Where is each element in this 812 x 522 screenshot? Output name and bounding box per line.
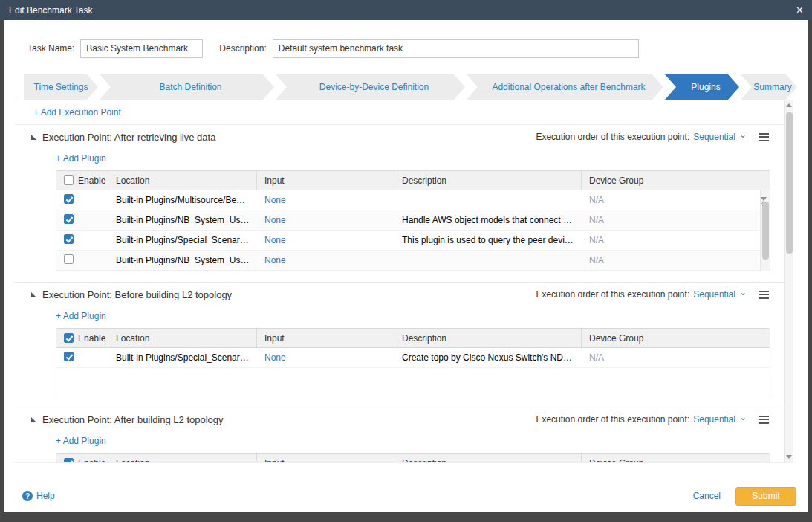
device-group-value: N/A <box>582 255 760 265</box>
tab-plugins[interactable]: Plugins <box>665 74 739 100</box>
column-header-enable: Enable <box>78 333 105 344</box>
device-group-value: N/A <box>582 195 760 205</box>
plugin-location: Built-in Plugins/NB_System_Use/A... <box>108 215 257 225</box>
device-group-value: N/A <box>582 235 760 245</box>
collapse-triangle-icon[interactable] <box>31 417 36 422</box>
column-header-description: Description <box>394 454 582 462</box>
column-header-input: Input <box>257 454 394 462</box>
dialog-title: Edit Benchmark Task <box>9 5 93 16</box>
add-plugin-link[interactable]: + Add Plugin <box>56 311 106 321</box>
plugin-description: Create topo by Cisco Nexus Switch's NDP … <box>394 352 582 363</box>
table-row[interactable]: Built-in Plugins/NB_System_Use/A... None… <box>56 210 760 231</box>
close-icon[interactable]: × <box>796 4 803 16</box>
plugin-location: Built-in Plugins/Multisource/Benc... <box>108 195 257 205</box>
add-plugin-link[interactable]: + Add Plugin <box>56 153 106 164</box>
execution-order-label: Execution order of this execution point: <box>536 132 689 142</box>
plugin-location: Built-in Plugins/Special_Scenarios/... <box>108 235 257 245</box>
tab-batch-definition[interactable]: Batch Definition <box>100 74 274 100</box>
enable-all-checkbox[interactable] <box>64 333 74 343</box>
plugin-table: Enable Location Input Description Device… <box>56 170 770 271</box>
tab-summary[interactable]: Summary <box>741 74 797 100</box>
column-header-location: Location <box>108 171 257 190</box>
input-link[interactable]: None <box>264 195 286 205</box>
plugin-description: This plugin is used to query the peer de… <box>394 235 582 245</box>
execution-point-title: Execution Point: After building L2 topol… <box>42 414 224 425</box>
enable-checkbox[interactable] <box>64 352 74 361</box>
table-row[interactable]: Built-in Plugins/NB_System_Use/Si... Non… <box>56 251 760 271</box>
plugin-table: Enable Location Input Description Device… <box>56 328 770 396</box>
plugins-content-area: + Add Execution Point Execution Point: A… <box>15 100 793 463</box>
tab-additional-operations[interactable]: Additional Operations after Benchmark <box>467 74 663 100</box>
column-header-description: Description <box>394 171 582 190</box>
table-header-row: Enable Location Input Description Device… <box>56 171 770 190</box>
scroll-down-icon[interactable] <box>785 452 793 462</box>
tab-device-by-device-definition[interactable]: Device-by-Device Definition <box>276 74 465 100</box>
table-row[interactable]: Built-in Plugins/Special_Scenarios/... N… <box>56 348 770 368</box>
column-header-enable: Enable <box>78 175 105 186</box>
menu-icon[interactable] <box>759 416 769 424</box>
input-link[interactable]: None <box>264 215 286 225</box>
execution-point-section: Execution Point: Before building L2 topo… <box>15 282 784 396</box>
menu-icon[interactable] <box>759 291 769 299</box>
column-header-location: Location <box>108 329 257 347</box>
chevron-down-icon: ⌄ <box>739 287 747 297</box>
submit-button[interactable]: Submit <box>735 487 796 506</box>
chevron-down-icon: ⌄ <box>739 412 747 422</box>
column-header-description: Description <box>394 329 582 347</box>
description-input[interactable] <box>273 39 639 58</box>
enable-checkbox[interactable] <box>64 194 74 204</box>
column-header-device-group: Device Group <box>582 329 770 347</box>
input-link[interactable]: None <box>264 235 286 245</box>
execution-order-value: Sequential <box>693 289 735 300</box>
enable-all-checkbox[interactable] <box>64 175 74 185</box>
execution-order-label: Execution order of this execution point: <box>536 289 689 300</box>
tab-time-settings[interactable]: Time Settings <box>24 74 98 100</box>
enable-checkbox[interactable] <box>64 254 74 264</box>
add-plugin-link[interactable]: + Add Plugin <box>56 436 106 446</box>
execution-point-header: Execution Point: After retrieving live d… <box>15 125 784 149</box>
execution-point-header: Execution Point: Before building L2 topo… <box>15 283 784 306</box>
enable-checkbox[interactable] <box>64 234 74 244</box>
cancel-button[interactable]: Cancel <box>693 491 721 501</box>
task-name-label: Task Name: <box>27 43 74 54</box>
enable-all-checkbox[interactable] <box>64 458 74 462</box>
execution-point-section: Execution Point: After building L2 topol… <box>15 407 784 462</box>
scrollbar-thumb[interactable] <box>786 112 793 254</box>
scroll-up-icon[interactable] <box>785 100 793 110</box>
table-scrollbar[interactable] <box>760 190 770 271</box>
execution-order-dropdown[interactable]: Sequential ⌄ <box>693 414 747 425</box>
add-execution-point-link[interactable]: + Add Execution Point <box>33 107 121 117</box>
plugin-table: Enable Location Input Description Device… <box>56 453 770 462</box>
column-header-device-group: Device Group <box>582 171 770 190</box>
collapse-triangle-icon[interactable] <box>31 135 36 140</box>
table-row[interactable]: Built-in Plugins/Special_Scenarios/... N… <box>56 231 760 251</box>
description-label: Description: <box>219 43 266 54</box>
plugin-description: Handle AWS object models that connect to… <box>394 215 582 225</box>
collapse-triangle-icon[interactable] <box>31 292 36 297</box>
execution-point-title: Execution Point: Before building L2 topo… <box>42 289 232 300</box>
column-header-input: Input <box>257 171 394 190</box>
execution-order-label: Execution order of this execution point: <box>536 414 689 425</box>
table-header-row: Enable Location Input Description Device… <box>56 454 770 462</box>
device-group-value: N/A <box>582 352 770 363</box>
chevron-down-icon: ⌄ <box>739 129 747 140</box>
help-label: Help <box>36 491 55 501</box>
execution-point-section: Execution Point: After retrieving live d… <box>15 125 784 271</box>
input-link[interactable]: None <box>264 352 286 363</box>
add-execution-point-row: + Add Execution Point <box>15 100 784 125</box>
dialog-body: Task Name: Description: Time Settings Ba… <box>4 20 808 512</box>
plugin-location: Built-in Plugins/Special_Scenarios/... <box>108 352 257 363</box>
main-scrollbar[interactable] <box>784 100 793 462</box>
task-name-input[interactable] <box>80 39 203 58</box>
wizard-tabs: Time Settings Batch Definition Device-by… <box>24 74 799 100</box>
execution-order-dropdown[interactable]: Sequential ⌄ <box>693 132 747 142</box>
column-header-input: Input <box>257 329 394 347</box>
table-row[interactable]: Built-in Plugins/Multisource/Benc... Non… <box>56 190 760 210</box>
help-link[interactable]: ? Help <box>22 491 55 501</box>
scrollbar-thumb[interactable] <box>762 202 769 260</box>
enable-checkbox[interactable] <box>64 214 74 224</box>
execution-order-dropdown[interactable]: Sequential ⌄ <box>693 289 747 300</box>
input-link[interactable]: None <box>264 255 286 265</box>
column-header-device-group: Device Group <box>582 454 770 462</box>
menu-icon[interactable] <box>759 133 769 141</box>
